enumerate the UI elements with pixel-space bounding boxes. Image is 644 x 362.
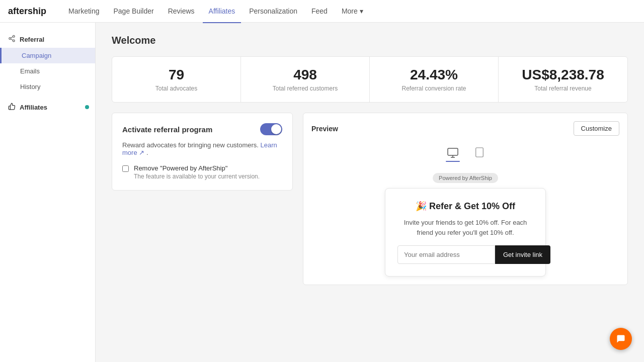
sidebar-item-history[interactable]: History — [0, 79, 95, 95]
svg-rect-6 — [476, 148, 484, 157]
stat-card-revenue: US$8,238.78 Total referral revenue — [499, 57, 627, 102]
preview-invite-button[interactable]: Get invite link — [495, 245, 550, 264]
stat-value-advocates: 79 — [122, 67, 230, 83]
nav-reviews[interactable]: Reviews — [162, 1, 201, 23]
preview-card: 🎉 Refer & Get 10% Off Invite your friend… — [385, 188, 546, 277]
top-nav: aftership Marketing Page Builder Reviews… — [0, 0, 644, 23]
customize-button[interactable]: Customize — [574, 121, 619, 136]
powered-badge: Powered by AfterShip — [433, 173, 498, 183]
svg-point-2 — [13, 40, 15, 42]
stat-label-advocates: Total advocates — [122, 85, 230, 92]
remove-powered-row: Remove "Powered by AfterShip" The featur… — [122, 164, 282, 180]
preview-card-description: Invite your friends to get 10% off. For … — [397, 218, 533, 237]
svg-line-4 — [11, 37, 13, 38]
nav-links: Marketing Page Builder Reviews Affiliate… — [62, 0, 636, 23]
tablet-icon[interactable] — [470, 144, 489, 165]
stat-value-conversion: 24.43% — [380, 67, 488, 83]
stat-label-referred: Total referred customers — [251, 85, 359, 92]
svg-rect-5 — [448, 148, 458, 155]
nav-personalization[interactable]: Personalization — [243, 1, 303, 23]
remove-powered-label: Remove "Powered by AfterShip" — [134, 164, 260, 172]
thumbs-up-icon — [8, 103, 16, 112]
preview-email-input[interactable] — [397, 245, 495, 264]
remove-powered-sublabel: The feature is available to your current… — [134, 173, 260, 180]
activate-panel: Activate referral program Reward advocat… — [112, 113, 293, 191]
toggle-track — [260, 123, 282, 135]
activate-title: Activate referral program — [122, 125, 212, 134]
stat-card-referred: 498 Total referred customers — [241, 57, 370, 102]
stats-grid: 79 Total advocates 498 Total referred cu… — [112, 56, 628, 103]
stat-card-advocates: 79 Total advocates — [112, 57, 241, 102]
content-row: Activate referral program Reward advocat… — [112, 113, 628, 285]
preview-title: Preview — [311, 125, 338, 133]
device-icons — [311, 144, 619, 165]
sidebar-referral-group: Referral — [0, 31, 95, 48]
sidebar-item-emails[interactable]: Emails — [0, 63, 95, 79]
powered-badge-wrapper: Powered by AfterShip — [311, 173, 619, 183]
affiliates-label: Affiliates — [20, 104, 47, 111]
stat-value-referred: 498 — [251, 67, 359, 83]
desktop-icon[interactable] — [442, 144, 464, 165]
share-icon — [8, 35, 16, 44]
remove-powered-text: Remove "Powered by AfterShip" The featur… — [134, 164, 260, 180]
stat-value-revenue: US$8,238.78 — [509, 67, 617, 83]
toggle-thumb — [271, 124, 281, 134]
stat-label-revenue: Total referral revenue — [509, 85, 617, 92]
activate-description: Reward advocates for bringing new custom… — [122, 141, 282, 156]
affiliates-notification-dot — [85, 105, 89, 109]
party-emoji: 🎉 — [416, 201, 427, 211]
stat-label-conversion: Referral conversion rate — [380, 85, 488, 92]
preview-card-title: 🎉 Refer & Get 10% Off — [397, 201, 533, 212]
nav-marketing[interactable]: Marketing — [62, 1, 105, 23]
chat-bubble[interactable] — [610, 328, 632, 350]
remove-powered-checkbox[interactable] — [122, 165, 129, 172]
stat-card-conversion: 24.43% Referral conversion rate — [370, 57, 499, 102]
sidebar-affiliates-group[interactable]: Affiliates — [0, 99, 95, 116]
nav-more[interactable]: More ▾ — [336, 1, 369, 23]
svg-line-3 — [11, 39, 13, 40]
nav-feed[interactable]: Feed — [305, 1, 334, 23]
svg-point-0 — [13, 35, 15, 37]
referral-label: Referral — [20, 36, 44, 43]
external-link-icon: ↗ — [139, 149, 144, 156]
preview-input-row: Get invite link — [397, 245, 533, 264]
nav-page-builder[interactable]: Page Builder — [108, 1, 160, 23]
nav-affiliates[interactable]: Affiliates — [203, 1, 242, 23]
sidebar: Referral Campaign Emails History Affilia… — [0, 23, 96, 362]
activate-header: Activate referral program — [122, 123, 282, 135]
left-panel: Activate referral program Reward advocat… — [112, 113, 293, 285]
preview-panel: Preview Customize — [303, 113, 628, 285]
referral-toggle[interactable] — [260, 123, 282, 135]
layout: Referral Campaign Emails History Affilia… — [0, 0, 644, 362]
svg-point-1 — [9, 38, 11, 40]
sidebar-referral-section: Referral Campaign Emails History — [0, 31, 95, 95]
logo: aftership — [8, 6, 46, 17]
chevron-down-icon: ▾ — [360, 7, 363, 15]
right-panel: Preview Customize — [303, 113, 628, 285]
sidebar-item-campaign[interactable]: Campaign — [0, 48, 95, 63]
preview-header: Preview Customize — [311, 121, 619, 136]
welcome-heading: Welcome — [112, 35, 628, 46]
main-content: Welcome 79 Total advocates 498 Total ref… — [96, 23, 644, 362]
